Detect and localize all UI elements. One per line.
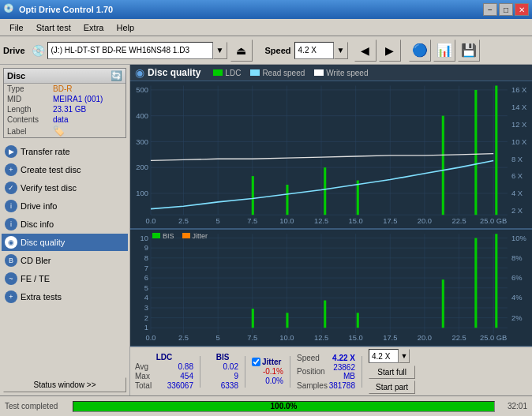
svg-text:2.5: 2.5 <box>178 216 189 225</box>
jitter-max-val: 0.0% <box>252 377 283 385</box>
speed-label: Speed <box>265 46 291 55</box>
bis-avg-row: 0.02 <box>207 362 238 371</box>
speed-combo-val[interactable]: 4.2 X <box>369 349 399 363</box>
svg-rect-48 <box>442 116 444 215</box>
chart2-legend: BIS Jitter <box>152 232 208 240</box>
sidebar-item-disc-info[interactable]: i Disc info <box>2 215 128 233</box>
jitter-avg-val: -0.1% <box>252 367 283 376</box>
sidebar-item-cd-bler[interactable]: B CD Bler <box>2 252 128 269</box>
menu-help[interactable]: Help <box>110 21 140 34</box>
start-part-button[interactable]: Start part <box>369 380 415 394</box>
sidebar-item-extra-tests[interactable]: + Extra tests <box>2 288 128 305</box>
disc-label-icon[interactable]: 🏷️ <box>53 126 65 137</box>
app-icon: 💿 <box>3 3 16 16</box>
svg-text:6: 6 <box>144 273 148 282</box>
bis-legend-label: BIS <box>163 232 174 240</box>
samples-val: 381788 <box>324 381 355 390</box>
svg-text:10: 10 <box>140 233 148 242</box>
svg-text:500: 500 <box>136 85 148 94</box>
svg-rect-102 <box>474 238 477 328</box>
disc-contents-label: Contents <box>7 115 53 124</box>
write-speed-legend-label: Write speed <box>326 69 368 77</box>
svg-text:0.0: 0.0 <box>145 333 155 342</box>
bis-total-val: 6338 <box>207 381 238 390</box>
disc-quality-icon: ◉ <box>5 236 17 249</box>
sidebar-item-create-test-disc[interactable]: + Create test disc <box>2 161 128 178</box>
drive-label: Drive <box>3 46 25 55</box>
title-bar-left: 💿 Opti Drive Control 1.70 <box>3 3 113 16</box>
speed-value[interactable]: 4.2 X <box>294 42 334 59</box>
ldc-max-row: Max 454 <box>135 372 193 380</box>
menu-file[interactable]: File <box>3 21 30 34</box>
status-window-button[interactable]: Status window >> <box>3 377 126 392</box>
content-area: ◉ Disc quality LDC Read speed Write spee… <box>130 65 532 395</box>
disc-header-title: Disc <box>7 71 25 81</box>
svg-text:8 X: 8 X <box>511 154 523 163</box>
menu-extra[interactable]: Extra <box>77 21 111 34</box>
drive-combo-value[interactable]: (J:) HL-DT-ST BD-RE WH16NS48 1.D3 <box>47 42 213 59</box>
charts-area: 500 400 300 200 100 16 X 14 X 12 X 10 X … <box>130 81 532 347</box>
bis-max-row: 9 <box>207 372 238 380</box>
ldc-total-val: 336067 <box>162 381 193 390</box>
chart-ldc: 500 400 300 200 100 16 X 14 X 12 X 10 X … <box>130 81 532 229</box>
svg-text:7: 7 <box>144 263 148 272</box>
transfer-rate-icon: ▶ <box>5 145 17 158</box>
info-button[interactable]: 📊 <box>433 39 455 62</box>
sidebar-item-verify-test-disc[interactable]: ✓ Verify test disc <box>2 179 128 197</box>
speed-down-button[interactable]: ◀ <box>354 39 377 62</box>
menu-start-test[interactable]: Start test <box>30 21 77 34</box>
eject-button[interactable]: ⏏ <box>230 39 253 62</box>
speed-combo-small: 4.2 X ▼ <box>369 349 415 363</box>
speed-controls: 4.2 X ▼ Start full Start part <box>369 349 415 394</box>
ldc-stats-header: LDC <box>135 353 193 362</box>
disc-section: Disc 🔄 Type BD-R MID MEIRA1 (001) Length… <box>3 68 126 138</box>
svg-text:200: 200 <box>136 163 148 171</box>
sidebar-item-disc-quality[interactable]: ◉ Disc quality <box>2 234 128 251</box>
minimize-button[interactable]: − <box>483 3 497 16</box>
jitter-checkbox[interactable] <box>252 358 260 366</box>
svg-text:12 X: 12 X <box>511 120 527 129</box>
jitter-legend-label: Jitter <box>193 232 208 240</box>
ldc-avg-val: 0.88 <box>162 362 193 371</box>
ldc-avg-row: Avg 0.88 <box>135 362 193 371</box>
transfer-rate-label: Transfer rate <box>21 147 70 156</box>
bis-stats: BIS 0.02 9 6338 <box>207 353 238 390</box>
disc-length-value: 23.31 GB <box>53 105 122 114</box>
disc-quality-header: ◉ Disc quality LDC Read speed Write spee… <box>130 65 532 81</box>
sidebar-item-drive-info[interactable]: i Drive info <box>2 197 128 215</box>
svg-text:2.5: 2.5 <box>178 333 189 342</box>
drive-combo-arrow[interactable]: ▼ <box>213 42 227 59</box>
toolbar-buttons: 🔵 📊 💾 <box>409 39 480 62</box>
bis-stats-header: BIS <box>207 353 238 362</box>
svg-text:5: 5 <box>216 216 220 225</box>
svg-rect-100 <box>357 313 359 328</box>
sidebar-item-transfer-rate[interactable]: ▶ Transfer rate <box>2 143 128 160</box>
maximize-button[interactable]: □ <box>499 3 513 16</box>
app-title: Opti Drive Control 1.70 <box>19 5 113 14</box>
svg-rect-98 <box>286 313 288 328</box>
save-button[interactable]: 💾 <box>458 39 480 62</box>
svg-text:25.0 GB: 25.0 GB <box>480 333 507 342</box>
close-button[interactable]: ✕ <box>515 3 529 16</box>
svg-text:2%: 2% <box>511 313 523 321</box>
start-buttons: Start full Start part <box>369 365 415 394</box>
svg-text:17.5: 17.5 <box>383 333 397 342</box>
svg-text:25.0 GB: 25.0 GB <box>480 216 507 225</box>
svg-text:10.0: 10.0 <box>279 216 294 225</box>
title-bar-buttons: − □ ✕ <box>483 3 529 16</box>
disc-contents-value: data <box>53 115 122 124</box>
disc-color-button[interactable]: 🔵 <box>409 39 431 62</box>
speed-combo-dropdown[interactable]: ▼ <box>399 349 410 363</box>
svg-text:14 X: 14 X <box>511 103 527 111</box>
svg-rect-47 <box>495 85 497 215</box>
disc-refresh-icon[interactable]: 🔄 <box>111 70 122 81</box>
sidebar-item-fe-te[interactable]: ~ FE / TE <box>2 270 128 287</box>
speed-up-button[interactable]: ▶ <box>379 39 401 62</box>
svg-text:15.0: 15.0 <box>349 216 363 225</box>
disc-quality-label: Disc quality <box>21 238 65 247</box>
verify-test-disc-label: Verify test disc <box>21 183 77 193</box>
jitter-max-row: 0.0% <box>252 377 283 385</box>
start-full-button[interactable]: Start full <box>369 365 415 379</box>
disc-quality-icon-header: ◉ <box>135 66 144 79</box>
speed-combo-arrow[interactable]: ▼ <box>334 42 348 59</box>
